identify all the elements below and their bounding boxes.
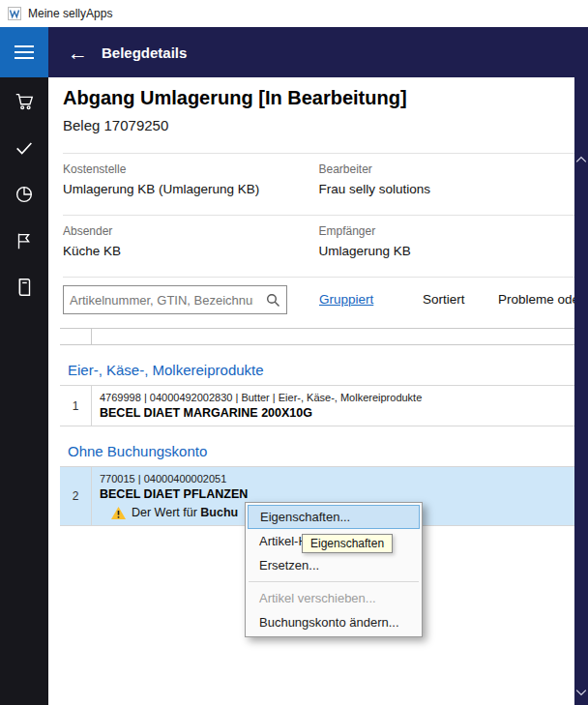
group-header-ohne-buchungskonto: Ohne Buchungskonto: [60, 426, 574, 466]
app-icon: [8, 7, 21, 20]
check-icon: [14, 137, 35, 162]
menu-item-ersetzen[interactable]: Ersetzen...: [248, 553, 420, 577]
hamburger-icon: [15, 45, 34, 47]
divider: [63, 153, 574, 154]
pie-chart-icon: [14, 184, 35, 208]
flag-icon: [14, 230, 35, 254]
field-value: Küche KB: [63, 244, 319, 258]
sidebar-nav: [0, 77, 48, 705]
app-title: Meine sellyApps: [28, 7, 112, 20]
article-meta: 4769998 | 04000492002830 | Butter | Eier…: [100, 392, 567, 403]
hamburger-menu-button[interactable]: [0, 27, 48, 77]
back-button[interactable]: ←: [68, 43, 88, 63]
menu-item-buchungskonto-aendern[interactable]: Buchungskonto ändern...: [248, 610, 420, 634]
view-link-gruppiert[interactable]: Gruppiert: [319, 292, 373, 307]
search-box: [63, 285, 287, 314]
field-value: Umlagerung KB (Umlagerung KB): [63, 182, 319, 196]
vertical-scrollbar[interactable]: [574, 77, 588, 705]
group-header-molkereiprodukte: Eier-, Käse-, Molkereiprodukte: [60, 345, 574, 385]
document-title: Abgang Umlagerung [In Bearbeitung]: [63, 87, 407, 109]
chevron-up-icon: [575, 152, 587, 166]
field-label: Empfänger: [319, 224, 575, 238]
context-menu: Eigenschaften... Artikel-Hi Ersetzen... …: [245, 502, 423, 637]
menu-item-artikel-verschieben: Artikel verschieben...: [248, 586, 420, 610]
article-table: Eier-, Käse-, Molkereiprodukte 1 4769998…: [60, 328, 574, 526]
scroll-up-button[interactable]: [574, 153, 588, 164]
article-meta: 770015 | 04000400002051: [100, 473, 567, 485]
scroll-down-button[interactable]: [574, 686, 588, 697]
sidebar-item-book[interactable]: [0, 265, 48, 311]
field-row: Kostenstelle Umlagerung KB (Umlagerung K…: [63, 162, 574, 196]
field-label: Bearbeiter: [319, 162, 575, 176]
warning-icon: [111, 507, 126, 519]
app-header: ← Belegdetails: [0, 27, 588, 77]
sidebar-item-cart[interactable]: [0, 79, 48, 126]
field-row: Absender Küche KB Empfänger Umlagerung K…: [63, 224, 574, 258]
article-toolbar: Gruppiert Sortiert Probleme oder Fehler: [63, 285, 574, 314]
article-name: BECEL DIAET PFLANZEN: [100, 487, 567, 501]
page-title: Belegdetails: [102, 44, 187, 61]
back-arrow-icon: ←: [68, 42, 88, 64]
sidebar-item-check[interactable]: [0, 126, 48, 172]
divider: [63, 277, 574, 278]
book-icon: [14, 277, 35, 301]
menu-separator: [249, 581, 419, 582]
row-body: 4769998 | 04000492002830 | Butter | Eier…: [92, 386, 574, 426]
view-link-sortiert[interactable]: Sortiert: [423, 292, 465, 307]
table-row[interactable]: 1 4769998 | 04000492002830 | Butter | Ei…: [60, 385, 574, 426]
field-empfaenger: Empfänger Umlagerung KB: [319, 224, 575, 258]
menu-item-eigenschaften[interactable]: Eigenschaften...: [248, 505, 420, 529]
field-bearbeiter: Bearbeiter Frau selly solutions: [319, 162, 575, 196]
field-label: Kostenstelle: [63, 162, 319, 176]
view-link-probleme[interactable]: Probleme oder Fehler: [498, 292, 574, 307]
table-number-column-header: [60, 329, 92, 344]
field-absender: Absender Küche KB: [63, 224, 319, 258]
chevron-down-icon: [575, 685, 587, 699]
search-input[interactable]: [64, 293, 259, 308]
row-number: 1: [60, 386, 92, 426]
tooltip: Eigenschaften: [302, 534, 393, 553]
field-kostenstelle: Kostenstelle Umlagerung KB (Umlagerung K…: [63, 162, 319, 196]
warning-text: Der Wert für Buchu: [132, 506, 238, 519]
cart-icon: [14, 91, 35, 115]
field-label: Absender: [63, 224, 319, 238]
field-value: Frau selly solutions: [319, 182, 575, 196]
row-number: 2: [60, 467, 92, 525]
document-detail-pane: Abgang Umlagerung [In Bearbeitung] Beleg…: [48, 77, 574, 705]
divider: [63, 215, 574, 216]
document-number: Beleg 17079250: [63, 117, 168, 133]
titlebar: Meine sellyApps: [0, 0, 588, 27]
article-name: BECEL DIAET MARGARINE 200X10G: [100, 406, 567, 420]
field-value: Umlagerung KB: [319, 244, 575, 258]
sidebar-item-pie-chart[interactable]: [0, 172, 48, 219]
search-icon[interactable]: [259, 293, 286, 308]
sidebar-item-flag[interactable]: [0, 219, 48, 265]
table-header-row: [60, 328, 574, 345]
